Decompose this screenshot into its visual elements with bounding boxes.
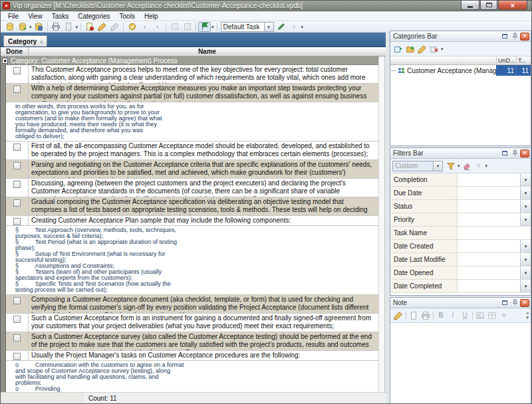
task-row[interactable]: Such a Customer Acceptance form is an in… [6, 314, 378, 332]
task-note-row[interactable]: o Communication with the customers to ag… [6, 361, 378, 392]
category-row[interactable]: Customer Acceptance (Management) Process… [390, 65, 531, 76]
filter-drop-button[interactable]: ▾ [520, 213, 531, 226]
bullet-list-button[interactable]: ≡ [498, 310, 510, 321]
note-editor[interactable] [390, 323, 531, 403]
clear-filter-button[interactable] [461, 160, 473, 171]
filter-value-due-date[interactable] [458, 187, 520, 199]
close-button[interactable]: × [498, 1, 527, 10]
vertical-scrollbar[interactable] [378, 56, 385, 392]
underline-button[interactable]: U [459, 310, 471, 321]
filter-drop-button[interactable]: ▾ [520, 266, 531, 279]
task-note-row[interactable]: § Test Approach (overview, methods, tool… [6, 226, 378, 295]
menu-file[interactable]: File [3, 12, 23, 21]
new-category-button[interactable] [392, 43, 404, 54]
task-row[interactable]: Gradual composing the Customer Acceptanc… [6, 197, 378, 216]
open-database-caret-icon[interactable]: ▾ [29, 25, 33, 29]
filter-drop-button[interactable]: ▾ [520, 200, 531, 213]
filters-pin-button[interactable] [510, 150, 519, 157]
task-checkbox[interactable] [13, 181, 21, 188]
flag-caret-icon[interactable]: ▾ [211, 25, 215, 29]
task-row[interactable]: Usually the Project Manager's tasks on C… [6, 351, 378, 361]
filter-value-date-opened[interactable] [458, 266, 520, 279]
task-checkbox[interactable] [13, 316, 21, 323]
new-note-button[interactable] [408, 310, 420, 321]
outdent-button[interactable] [181, 22, 194, 32]
task-checkbox[interactable] [13, 334, 21, 342]
italic-button[interactable]: I [447, 310, 459, 321]
categories-total-column[interactable]: T... [516, 56, 531, 64]
bold-button[interactable]: B [435, 310, 447, 321]
filter-drop-button[interactable]: ▾ [520, 280, 531, 292]
task-row[interactable]: This Customer Acceptance process helps t… [6, 65, 378, 84]
edit-task-button[interactable] [96, 22, 108, 32]
task-checkbox[interactable] [13, 67, 21, 74]
filters-toolbar-caret-icon[interactable]: ▾ [485, 163, 489, 168]
maximize-button[interactable] [480, 1, 497, 10]
categories-toolbar-caret-icon[interactable]: ▾ [440, 47, 444, 51]
apply-filter-button[interactable] [445, 160, 457, 171]
group-by-category-tab[interactable]: Category ▵ [3, 35, 47, 47]
task-row[interactable]: Composing a Customer Acceptance document… [6, 295, 378, 314]
column-header-done[interactable]: Done [1, 47, 29, 56]
filter-value-priority[interactable] [458, 213, 520, 226]
new-database-button[interactable] [3, 22, 16, 32]
task-type-combo[interactable]: Default Task ▾ [221, 22, 274, 32]
menu-categories[interactable]: Categories [73, 12, 114, 21]
menu-help[interactable]: Help [140, 12, 163, 21]
menu-view[interactable]: View [23, 12, 47, 21]
filter-drop-button[interactable]: ▾ [520, 187, 531, 199]
filter-drop-button[interactable]: ▾ [520, 173, 531, 186]
task-checkbox[interactable] [13, 199, 21, 207]
categories-restore-button[interactable] [500, 33, 509, 41]
filter-value-task-name[interactable] [458, 227, 531, 239]
task-checkbox[interactable] [13, 162, 21, 169]
delete-task-button[interactable] [108, 22, 121, 32]
complete-task-button[interactable] [126, 22, 138, 32]
task-row[interactable]: With a help of determining Customer Acce… [6, 84, 378, 102]
categories-undone-column[interactable]: UnD... [496, 56, 516, 64]
print-button[interactable] [50, 22, 63, 32]
new-task-button[interactable] [83, 22, 96, 32]
collapse-icon[interactable]: ■ [2, 58, 8, 64]
clear-type-button[interactable]: × [288, 22, 301, 32]
add-subcategory-button[interactable] [404, 43, 416, 54]
insert-table-button[interactable] [486, 310, 498, 321]
note-toolbar-overflow-button[interactable]: » ▾ [525, 312, 529, 320]
task-row[interactable]: Discussing, agreeing (between the projec… [6, 179, 378, 197]
group-row[interactable]: ■ Category: Customer Acceptance (Managem… [1, 56, 378, 65]
task-checkbox[interactable] [13, 144, 21, 151]
move-up-button[interactable]: ▾ [151, 22, 164, 32]
filter-value-completion[interactable] [458, 173, 520, 186]
task-row[interactable]: First of all, the all-encompassing Custo… [6, 142, 378, 160]
filter-value-date-last-modified[interactable] [458, 253, 520, 266]
assign-type-button[interactable] [275, 22, 288, 32]
note-pin-button[interactable] [510, 299, 519, 307]
toolbar-overflow-caret-icon[interactable]: ▾ [301, 25, 305, 29]
filter-preset-drop-button[interactable]: ▾ [434, 161, 443, 171]
edit-note-button[interactable] [392, 310, 404, 321]
open-database-button[interactable] [16, 22, 29, 32]
delete-category-button[interactable] [428, 43, 440, 54]
task-checkbox[interactable] [13, 353, 21, 360]
menu-tasks[interactable]: Tasks [47, 12, 74, 21]
categories-close-button[interactable]: × [520, 33, 529, 41]
task-note-row[interactable]: In other words, this process works for y… [6, 102, 378, 142]
filter-value-status[interactable] [458, 200, 520, 213]
move-down-button[interactable]: ▾ [138, 22, 151, 32]
print-preview-button[interactable] [63, 22, 75, 32]
filters-close-button[interactable]: × [520, 150, 529, 157]
edit-category-button[interactable] [416, 43, 428, 54]
minimize-button[interactable] [461, 1, 479, 10]
task-type-drop-button[interactable]: ▾ [265, 22, 274, 32]
delete-filter-button[interactable]: × [473, 160, 485, 171]
task-checkbox[interactable] [13, 297, 21, 304]
column-header-name[interactable]: Name [29, 47, 386, 56]
insert-image-button[interactable] [474, 310, 486, 321]
task-checkbox[interactable] [13, 86, 21, 93]
print-caret-icon[interactable]: ▾ [75, 25, 79, 29]
filter-drop-button[interactable]: ▾ [520, 240, 531, 252]
save-database-button[interactable] [33, 22, 45, 32]
filter-preset-combo[interactable]: Custom ▾ [392, 161, 443, 171]
task-checkbox[interactable] [13, 218, 21, 225]
filters-restore-button[interactable] [500, 150, 509, 157]
